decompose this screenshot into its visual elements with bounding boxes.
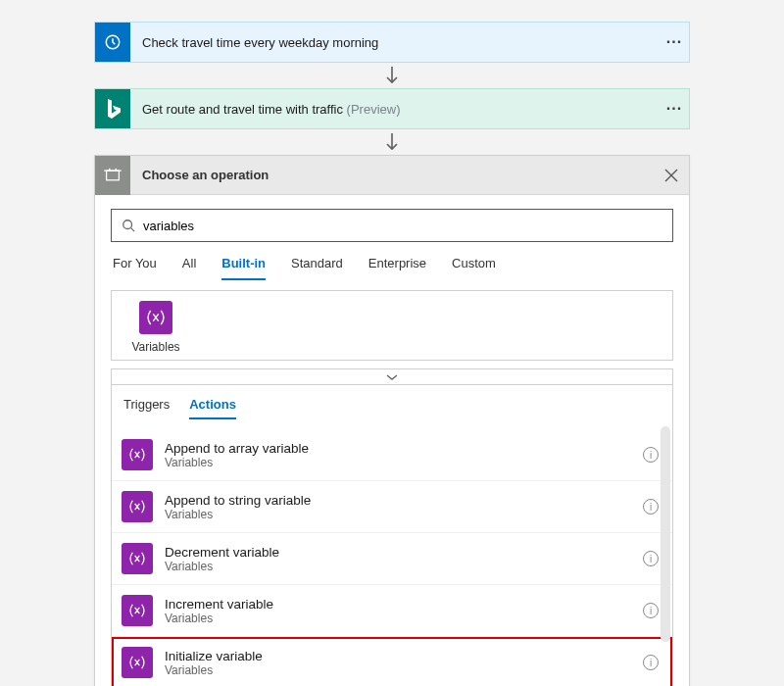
action-append-string[interactable]: Append to string variableVariables i xyxy=(112,481,672,533)
ellipsis-icon[interactable]: ··· xyxy=(660,27,689,57)
flow-step-recurrence[interactable]: Check travel time every weekday morning … xyxy=(94,22,690,63)
action-subtitle: Variables xyxy=(165,663,631,677)
action-subtitle: Variables xyxy=(165,456,631,469)
scrollbar[interactable] xyxy=(661,426,670,642)
variables-icon xyxy=(122,595,153,626)
tab-standard[interactable]: Standard xyxy=(291,256,343,280)
svg-point-2 xyxy=(123,220,132,229)
chevron-down-icon xyxy=(386,373,398,381)
action-append-array[interactable]: Append to array variableVariables i xyxy=(112,429,672,481)
search-input[interactable] xyxy=(135,219,662,233)
tab-for-you[interactable]: For You xyxy=(113,256,157,280)
action-subtitle: Variables xyxy=(165,560,631,573)
variables-icon xyxy=(139,301,172,334)
variables-icon xyxy=(122,543,153,574)
actions-list-area: Triggers Actions Append to array variabl… xyxy=(111,384,673,686)
variables-icon xyxy=(122,439,153,470)
info-icon[interactable]: i xyxy=(643,499,659,514)
action-title: Append to array variable xyxy=(165,441,631,456)
action-decrement[interactable]: Decrement variableVariables i xyxy=(112,533,672,585)
tab-triggers[interactable]: Triggers xyxy=(123,397,170,419)
collapse-bar[interactable] xyxy=(111,368,673,384)
connector-label: Variables xyxy=(131,340,179,354)
close-button[interactable] xyxy=(654,158,689,193)
arrow-down-icon xyxy=(385,129,399,155)
operation-icon xyxy=(95,156,130,195)
action-increment[interactable]: Increment variableVariables i xyxy=(112,585,672,637)
action-initialize[interactable]: Initialize variableVariables i xyxy=(112,637,672,686)
search-icon xyxy=(122,219,135,232)
preview-label: (Preview) xyxy=(347,102,401,117)
action-title: Initialize variable xyxy=(165,649,631,663)
info-icon[interactable]: i xyxy=(643,551,659,566)
flow-step-bing-maps[interactable]: Get route and travel time with traffic (… xyxy=(94,88,690,129)
panel-header: Choose an operation xyxy=(95,156,689,195)
action-subtitle: Variables xyxy=(165,612,631,625)
connector-variables[interactable]: Variables xyxy=(122,301,190,354)
sub-tabs: Triggers Actions xyxy=(112,397,672,429)
actions-list: Append to array variableVariables i Appe… xyxy=(112,429,672,686)
connectors-grid: Variables xyxy=(111,290,673,361)
tab-actions[interactable]: Actions xyxy=(189,397,236,419)
bing-icon xyxy=(95,89,130,128)
tab-custom[interactable]: Custom xyxy=(452,256,496,280)
category-tabs: For You All Built-in Standard Enterprise… xyxy=(95,252,689,280)
action-title: Increment variable xyxy=(165,597,631,612)
variables-icon xyxy=(122,491,153,522)
info-icon[interactable]: i xyxy=(643,655,659,670)
info-icon[interactable]: i xyxy=(643,603,659,618)
variables-icon xyxy=(122,647,153,678)
info-icon[interactable]: i xyxy=(643,447,659,463)
tab-built-in[interactable]: Built-in xyxy=(221,256,266,280)
svg-rect-1 xyxy=(107,171,120,180)
clock-icon xyxy=(95,23,130,62)
action-title: Decrement variable xyxy=(165,545,631,560)
panel-title: Choose an operation xyxy=(130,168,654,182)
tab-enterprise[interactable]: Enterprise xyxy=(368,256,426,280)
arrow-down-icon xyxy=(385,63,399,88)
step-title: Check travel time every weekday morning xyxy=(130,35,660,50)
choose-operation-panel: Choose an operation For You All Built-in… xyxy=(94,155,690,686)
tab-all[interactable]: All xyxy=(182,256,196,280)
step-title: Get route and travel time with traffic (… xyxy=(130,102,660,117)
action-subtitle: Variables xyxy=(165,508,631,521)
search-field[interactable] xyxy=(111,209,673,242)
ellipsis-icon[interactable]: ··· xyxy=(660,94,689,123)
action-title: Append to string variable xyxy=(165,493,631,508)
